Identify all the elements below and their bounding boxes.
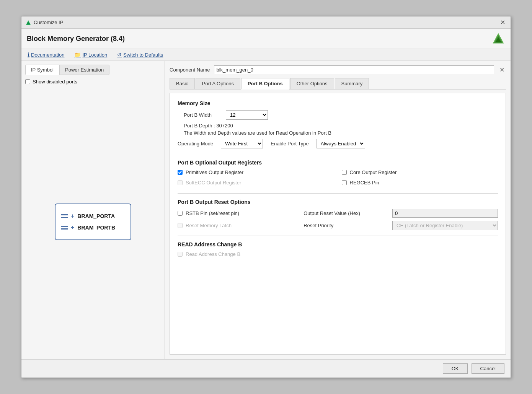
- port-b-width-label: Port B Width: [184, 112, 222, 118]
- divider-2: [178, 193, 498, 194]
- portb-plus-icon: +: [71, 224, 74, 231]
- right-panel: Component Name ✕ Basic Port A Options Po…: [165, 61, 511, 359]
- enable-port-type-select[interactable]: Always Enabled Use ENA Pin Use ENB Pin: [317, 139, 365, 148]
- output-reset-value-label: Output Reset Value (Hex): [304, 210, 386, 216]
- porta-line-2: [61, 217, 68, 218]
- reset-memory-latch-row: Reset Memory Latch: [178, 223, 265, 228]
- read-address-change-b-row: Read Address Change B: [178, 251, 498, 257]
- reset-memory-latch-checkbox: [178, 223, 183, 228]
- location-icon: 📁: [74, 52, 81, 58]
- divider-1: [178, 154, 498, 154]
- operating-mode-row: Operating Mode Write First Read First No…: [178, 139, 498, 148]
- show-disabled-row: Show disabled ports: [25, 79, 161, 85]
- close-button[interactable]: ✕: [499, 19, 507, 26]
- app-title: Block Memory Generator (8.4): [27, 35, 125, 43]
- documentation-button[interactable]: ℹ Documentation: [26, 51, 66, 59]
- switch-defaults-label: Switch to Defaults: [123, 52, 163, 58]
- port-b-width-row: Port B Width 12: [178, 110, 498, 120]
- core-output-register-checkbox[interactable]: [342, 170, 347, 175]
- read-address-title: READ Address Change B: [178, 241, 498, 247]
- output-reset-value-input[interactable]: [392, 209, 498, 218]
- app-header: Block Memory Generator (8.4): [21, 29, 511, 49]
- operating-mode-select[interactable]: Write First Read First No Change: [221, 139, 263, 148]
- left-panel: IP Symbol Power Estimation Show disabled…: [21, 61, 165, 359]
- regceb-pin-row: REGCEB Pin: [342, 180, 498, 186]
- refresh-icon: ↺: [117, 52, 122, 58]
- main-content: IP Symbol Power Estimation Show disabled…: [21, 61, 511, 359]
- bram-porta-row: + BRAM_PORTA: [61, 210, 121, 222]
- softecc-output-register-checkbox: [178, 180, 183, 185]
- ip-location-button[interactable]: 📁 IP Location: [73, 51, 109, 59]
- rstb-pin-checkbox[interactable]: [178, 211, 183, 216]
- port-b-depth-text: Port B Depth : 307200: [184, 123, 498, 129]
- width-note-text: The Width and Depth values are used for …: [184, 130, 498, 136]
- ip-location-label: IP Location: [82, 52, 107, 58]
- tab-summary[interactable]: Summary: [335, 78, 369, 89]
- primitives-output-register-checkbox[interactable]: [178, 170, 183, 175]
- optional-registers-grid: Primitives Output Register Core Output R…: [178, 169, 498, 188]
- tab-other-options[interactable]: Other Options: [290, 78, 334, 89]
- toolbar: ℹ Documentation 📁 IP Location ↺ Switch t…: [21, 49, 511, 61]
- divider-3: [178, 236, 498, 236]
- output-reset-grid: RSTB Pin (set/reset pin) Output Reset Va…: [178, 209, 498, 230]
- documentation-label: Documentation: [31, 52, 64, 58]
- right-tab-bar: Basic Port A Options Port B Options Othe…: [170, 78, 506, 90]
- info-icon: ℹ: [28, 52, 29, 58]
- window-title: Customize IP: [34, 20, 63, 25]
- component-name-label: Component Name: [170, 67, 210, 73]
- memory-size-title: Memory Size: [178, 100, 498, 106]
- operating-mode-label: Operating Mode: [178, 141, 213, 147]
- switch-defaults-button[interactable]: ↺ Switch to Defaults: [116, 51, 165, 59]
- reset-priority-label: Reset Priority: [304, 223, 386, 228]
- regceb-pin-label: REGCEB Pin: [350, 180, 379, 186]
- porta-plus-icon: +: [71, 213, 74, 220]
- bram-symbol: + BRAM_PORTA + BRAM_PORTB: [55, 204, 131, 240]
- bram-portb-row: + BRAM_PORTB: [61, 222, 121, 233]
- softecc-output-register-label: SoftECC Output Register: [186, 180, 241, 186]
- tab-port-b-options[interactable]: Port B Options: [241, 78, 289, 90]
- core-output-register-label: Core Output Register: [350, 169, 397, 175]
- title-bar: Customize IP ✕: [21, 16, 511, 29]
- tab-power-estimation[interactable]: Power Estimation: [59, 65, 109, 75]
- core-output-register-row: Core Output Register: [342, 169, 498, 175]
- primitives-output-register-label: Primitives Output Register: [186, 169, 243, 175]
- rstb-pin-label: RSTB Pin (set/reset pin): [186, 210, 239, 216]
- tab-content-port-b: Memory Size Port B Width 12 Port B Depth…: [170, 93, 506, 355]
- cancel-button[interactable]: Cancel: [472, 363, 504, 374]
- enable-port-type-label: Enable Port Type: [271, 141, 309, 147]
- ok-button[interactable]: OK: [443, 363, 468, 374]
- show-disabled-label: Show disabled ports: [33, 79, 77, 85]
- portb-lines: [61, 226, 68, 230]
- regceb-pin-checkbox[interactable]: [342, 180, 347, 185]
- title-icon: [25, 20, 31, 26]
- footer: OK Cancel: [21, 359, 511, 378]
- tab-ip-symbol[interactable]: IP Symbol: [25, 65, 59, 75]
- port-b-width-select[interactable]: 12: [226, 110, 268, 120]
- tab-basic[interactable]: Basic: [170, 78, 195, 89]
- read-address-change-b-checkbox: [178, 252, 183, 257]
- bram-portb-label: BRAM_PORTB: [77, 225, 115, 231]
- left-tab-bar: IP Symbol Power Estimation: [25, 65, 161, 75]
- show-disabled-checkbox[interactable]: [25, 79, 30, 84]
- read-address-change-b-label: Read Address Change B: [186, 251, 240, 257]
- optional-registers-title: Port B Optional Output Registers: [178, 160, 498, 166]
- symbol-area: + BRAM_PORTA + BRAM_PORTB: [25, 88, 161, 355]
- component-name-input[interactable]: [214, 65, 494, 74]
- title-bar-left: Customize IP: [25, 20, 63, 26]
- porta-lines: [61, 214, 68, 218]
- reset-memory-latch-label: Reset Memory Latch: [186, 223, 232, 228]
- output-reset-title: Port B Output Reset Options: [178, 199, 498, 205]
- porta-line-1: [61, 214, 68, 215]
- component-name-clear-button[interactable]: ✕: [498, 66, 506, 73]
- softecc-output-register-row: SoftECC Output Register: [178, 180, 334, 186]
- main-window: Customize IP ✕ Block Memory Generator (8…: [21, 16, 511, 378]
- tab-port-a-options[interactable]: Port A Options: [196, 78, 240, 89]
- bram-porta-label: BRAM_PORTA: [77, 213, 115, 219]
- portb-line-2: [61, 228, 68, 230]
- xilinx-logo-icon: [491, 32, 505, 46]
- reset-priority-select: CE (Latch or Register Enable) SR (Set/Re…: [392, 221, 498, 230]
- component-name-row: Component Name ✕: [170, 65, 506, 74]
- portb-line-1: [61, 226, 68, 227]
- primitives-output-register-row: Primitives Output Register: [178, 169, 334, 175]
- rstb-pin-row: RSTB Pin (set/reset pin): [178, 210, 265, 216]
